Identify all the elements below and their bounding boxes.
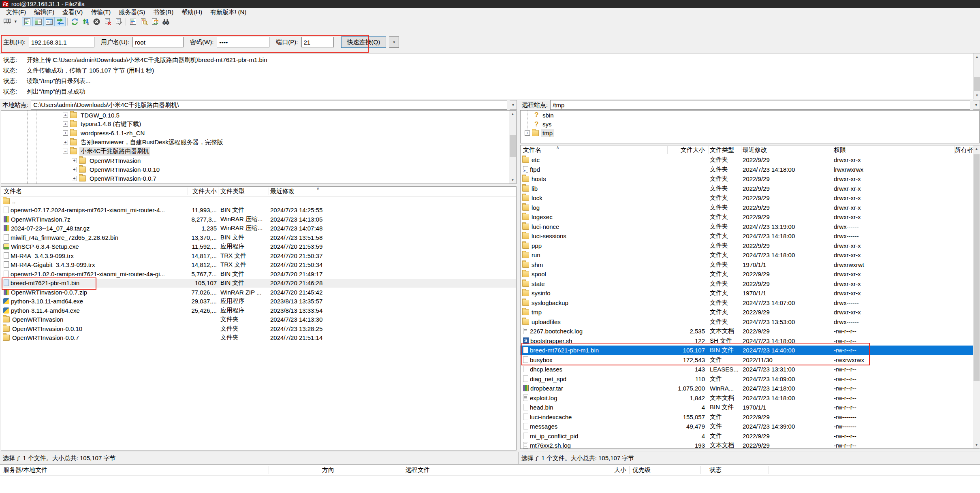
scroll-up-icon[interactable]: ▲ [973,145,980,152]
file-row[interactable]: hosts 文件夹 2022/9/29 drwxr-xr-x [521,174,979,184]
chevron-down-icon[interactable]: ▼ [510,100,517,110]
tree-item[interactable]: + tmp [521,129,979,138]
toggle-queue-button[interactable] [55,17,66,26]
file-row[interactable]: OpenWRTInvasion.7z 8,277,3... WinRAR 压缩.… [1,215,516,224]
tree-item[interactable]: + OpenWRTInvasion-0.0.7 [1,174,516,183]
column-header-size[interactable]: 文件大小 [176,187,217,196]
menu-item[interactable]: 帮助(H) [177,9,206,16]
file-row[interactable]: OpenWRTInvasion-0.0.7 文件夹 2024/7/20 21:5… [1,333,516,343]
file-row[interactable]: ftpd 文件夹 2024/7/23 14:18:00 lrwxrwxrwx [521,165,979,175]
tree-expander-icon[interactable]: + [525,130,530,136]
queue-column-size[interactable]: 大小 [604,465,626,475]
site-manager-dropdown-icon[interactable]: ▼ [13,17,18,26]
file-row[interactable]: python-3.11.4-amd64.exe 25,426,... 应用程序 … [1,306,516,315]
file-row[interactable]: head.bin 4 BIN 文件 1970/1/1 -rw-r--r-- [521,403,979,412]
quickconnect-dropdown-button[interactable]: ▼ [389,36,399,48]
file-row[interactable]: tmp 文件夹 2022/9/29 drwxr-xr-x [521,307,979,317]
menu-item[interactable]: 查看(V) [58,9,87,16]
file-row[interactable]: diag_net_spd 110 文件 2024/7/23 14:09:00 -… [521,374,979,384]
file-row[interactable]: exploit.log 1,842 文本文档 2024/7/23 14:18:0… [521,393,979,403]
file-row[interactable]: mt76xx2.sh.log 193 文本文档 2022/9/29 -rw-r-… [521,441,979,449]
scrollbar-thumb[interactable] [974,154,980,381]
column-header-modified[interactable]: 最近修改 [270,187,295,196]
toggle-remote-tree-button[interactable] [44,17,55,26]
file-row[interactable]: lib 文件夹 2022/9/29 drwxr-xr-x [521,184,979,194]
local-path-combobox[interactable]: C:\Users\admin\Downloads\小米4C千兆版路由器刷机\ [31,100,507,110]
username-input[interactable] [132,37,184,47]
scrollbar-thumb[interactable] [974,77,980,91]
menu-item[interactable]: 编辑(E) [30,9,58,16]
file-row[interactable]: luci-sessions 文件夹 2024/7/23 14:18:00 drw… [521,231,979,241]
file-row[interactable]: spool 文件夹 2022/9/29 drwxr-xr-x [521,269,979,279]
file-row[interactable]: WinSCP-6.3.4-Setup.exe 11,592,... 应用程序 2… [1,242,516,252]
process-queue-button[interactable] [80,17,91,26]
file-row[interactable]: mi_ip_conflict_pid 4 文件 2022/9/29 -rw-r-… [521,431,979,441]
file-row[interactable]: sysinfo 文件夹 1970/1/1 drwxr-xr-x [521,288,979,298]
file-row[interactable]: uploadfiles 文件夹 2024/7/23 13:53:00 drwx-… [521,317,979,327]
file-row[interactable]: OpenWRTInvasion 文件夹 2024/7/23 14:13:30 [1,315,516,324]
file-row[interactable]: MI-R4A_3.4.3.9-099.trx 14,817,... TRX 文件… [1,251,516,260]
scroll-up-icon[interactable]: ▲ [974,53,980,60]
find-files-button[interactable] [160,17,171,26]
filter-button[interactable] [128,17,139,26]
file-row[interactable]: run 文件夹 2024/7/23 14:18:00 drwxr-xr-x [521,250,979,260]
file-row[interactable]: dhcp.leases 143 LEASES... 2024/7/23 13:3… [521,365,979,374]
file-row[interactable]: MI-R4A-Gigabit_3.4.3.9-099.trx 14,812,..… [1,260,516,270]
tree-expander-icon[interactable]: + [63,113,68,118]
tree-item[interactable]: + typora1.4.8 (右键下载) [1,120,516,128]
queue-column-direction[interactable]: 方向 [322,465,334,475]
host-input[interactable] [29,37,94,47]
tree-expander-icon[interactable]: − [63,149,68,154]
site-manager-button[interactable] [2,17,13,26]
file-row[interactable]: miwifi_r4a_firmware_72d65_2.28.62.bin 13… [1,233,516,242]
menu-item[interactable]: 有新版本! (N) [206,9,250,16]
file-row[interactable]: ppp 文件夹 2022/9/29 drwxr-xr-x [521,241,979,251]
file-row[interactable]: breed-mt7621-pbr-m1.bin 105,107 BIN 文件 2… [521,346,979,355]
menu-item[interactable]: 传输(T) [87,9,115,16]
file-row[interactable]: busybox 172,543 文件 2022/11/30 -rwxrwxrwx [521,355,979,365]
file-row[interactable]: lock 文件夹 2022/9/29 drwxr-xr-x [521,193,979,203]
tree-expander-icon[interactable]: + [63,140,68,145]
file-row[interactable]: shm 文件夹 1970/1/1 drwxrwxrwt [521,260,979,270]
menu-item[interactable]: 文件(F) [2,9,30,16]
file-row[interactable]: logexec 文件夹 2022/9/29 drwxr-xr-x [521,212,979,222]
scroll-up-icon[interactable]: ▲ [509,111,516,117]
tree-expander-icon[interactable]: + [72,167,77,172]
directory-compare-button[interactable] [139,17,149,26]
file-row[interactable]: breed-mt7621-pbr-m1.bin 105,107 BIN 文件 2… [1,279,516,288]
queue-column-remote-file[interactable]: 远程文件 [406,465,430,475]
menu-item[interactable]: 服务器(S) [115,9,149,16]
tree-expander-icon[interactable]: + [63,122,68,127]
tree-expander-icon[interactable]: + [72,176,77,181]
queue-column-status[interactable]: 状态 [709,465,722,475]
file-row[interactable]: python-3.10.11-amd64.exe 29,037,... 应用程序… [1,297,516,306]
scroll-down-icon[interactable]: ▼ [974,92,980,99]
tree-item[interactable]: − 小米4C千兆版路由器刷机 [1,147,516,156]
password-input[interactable] [217,37,269,47]
file-row[interactable]: state 文件夹 2022/9/29 drwxr-xr-x [521,279,979,289]
tree-expander-icon[interactable]: + [63,130,68,136]
column-header-name[interactable]: 文件名 [523,145,541,155]
column-header-size[interactable]: 文件大小 [663,145,705,155]
file-row[interactable]: luci-indexcache 155,057 文件 2022/9/29 -rw… [521,412,979,422]
synchronized-browsing-button[interactable] [149,17,160,26]
file-row[interactable]: 2024-07-23--14_07_48.tar.gz 1,235 WinRAR… [1,224,516,233]
tree-item[interactable]: + TDGW_0.10.5 [1,111,516,120]
scroll-down-icon[interactable]: ▼ [973,442,980,448]
column-header-permissions[interactable]: 权限 [834,145,846,155]
scroll-down-icon[interactable]: ▼ [509,177,516,184]
file-row[interactable]: log 文件夹 2022/9/29 drwxr-xr-x [521,203,979,213]
file-row[interactable]: OpenWRTInvasion-0.0.10 文件夹 2024/7/23 13:… [1,324,516,333]
file-row[interactable]: dropbear.tar 1,075,200 WinRA... 2024/7/2… [521,384,979,393]
column-header-modified[interactable]: 最近修改 [743,145,767,155]
quickconnect-button[interactable]: 快速连接(Q) [341,36,386,48]
toggle-log-button[interactable] [22,17,33,26]
file-row[interactable]: luci-nonce 文件夹 2024/7/23 13:19:00 drwx--… [521,222,979,232]
local-tree-scrollbar[interactable]: ▲ ▼ [509,111,516,184]
tree-item[interactable]: + 告别teamviewer，自建RustDesk远程服务器，完整版 [1,138,516,147]
tree-item[interactable]: + wordpress-6.1.1-zh_CN [1,129,516,138]
column-header-type[interactable]: 文件类型 [710,145,734,155]
queue-column-server-local[interactable]: 服务器/本地文件 [3,465,47,475]
remote-path-combobox[interactable]: /tmp [550,100,970,110]
cancel-button[interactable] [91,17,102,26]
